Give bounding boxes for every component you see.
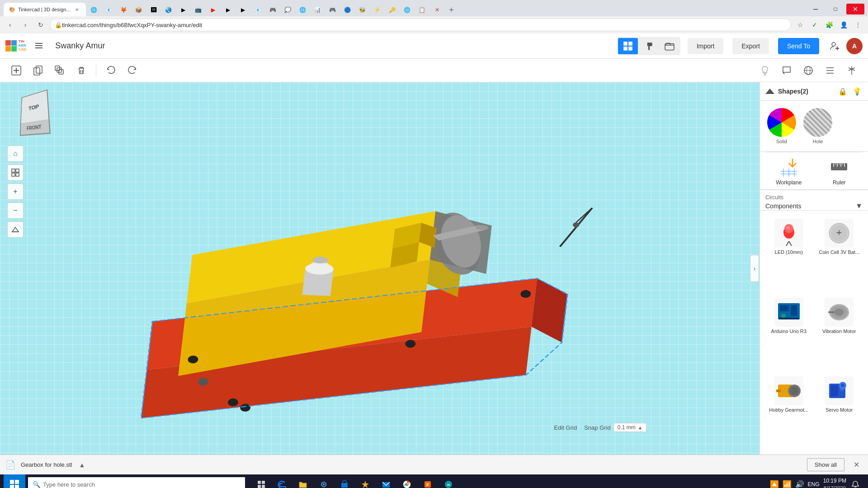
zoom-out-btn[interactable]: − [7,202,24,219]
nav-cube[interactable]: TOP FRONT [9,91,63,145]
new-shape-btn[interactable] [7,61,25,80]
tab-item[interactable]: 🌏 [161,4,176,16]
mail-icon[interactable] [376,474,396,488]
network-tray-icon[interactable]: 🔼 [770,480,779,488]
shapes-collapse-btn[interactable] [765,89,774,94]
tab-item[interactable]: 🎮 [266,4,280,16]
vibration-component[interactable]: Vibration Motor [816,295,863,371]
3d-viewport[interactable]: TOP FRONT ⌂ + − [0,82,760,455]
bulb-btn[interactable] [756,61,774,80]
system-clock[interactable]: 10:19 PM 8/17/2020 [823,478,846,488]
tab-item[interactable]: 📋 [415,4,429,16]
redo-btn[interactable] [123,61,142,80]
tab-item[interactable]: 📧 [251,4,265,16]
download-expand-btn[interactable]: ▲ [77,460,86,469]
tab-item[interactable]: 🔵 [340,4,355,16]
store-icon[interactable] [335,474,354,488]
coin-cell-component[interactable]: + Coin Cell 3V Bat... [816,216,863,291]
arduino-component[interactable]: Arduino Uno R3 [765,295,812,371]
hammer-view-btn[interactable] [639,38,659,54]
folder-view-btn[interactable] [660,38,679,54]
freecad-icon[interactable]: F [418,474,438,488]
ruler-item[interactable]: Ruler [816,156,863,186]
download-close-btn[interactable]: ✕ [850,459,863,471]
hobby-gear-component[interactable]: Hobby Gearmot... [765,374,812,449]
align-btn[interactable] [821,61,839,80]
back-button[interactable]: ‹ [4,19,16,31]
close-btn[interactable]: ✕ [846,4,864,14]
delete-btn[interactable] [72,61,90,80]
list-view-btn[interactable] [32,39,46,53]
arduino-taskbar-icon[interactable]: ∞ [439,474,458,488]
chrome-icon[interactable] [397,474,417,488]
hole-type[interactable]: Hole [803,108,832,144]
light-btn[interactable]: 💡 [852,86,863,97]
view3d-btn[interactable] [799,61,817,80]
undo-btn[interactable] [102,61,120,80]
tab-tinkercad[interactable]: 🎨 Tinkercad | 3D design... ✕ [4,3,86,16]
tab-item[interactable]: 🌐 [87,4,101,16]
bookmark-btn[interactable]: ☆ [794,19,807,31]
led-component[interactable]: LED (10mm) [765,216,812,291]
profile-btn[interactable]: 👤 [837,19,850,31]
tab-active[interactable]: ✕ [430,4,444,16]
solid-type[interactable]: Solid [767,108,796,144]
tab-item[interactable]: 🦊 [117,4,131,16]
forward-button[interactable]: › [19,19,32,31]
tab-item[interactable]: 📧 [102,4,116,16]
home-view-btn[interactable]: ⌂ [7,145,24,162]
reload-button[interactable]: ↻ [34,19,47,31]
tab-item[interactable]: ▶ [221,4,236,16]
export-btn[interactable]: Export [732,38,769,54]
address-bar[interactable]: 🔒 tinkercad.com/things/b6BfwcXqxPY-swank… [50,19,791,31]
duplicate-btn[interactable] [51,61,69,80]
show-all-btn[interactable]: Show all [807,458,844,471]
maximize-btn[interactable]: □ [826,4,844,14]
tab-item[interactable]: 🌐 [400,4,415,16]
zoom-in-btn[interactable]: + [7,183,24,200]
task-view-btn[interactable] [251,474,271,488]
taskbar-search[interactable]: 🔍 Type here to search [28,477,245,488]
panel-collapse-btn[interactable]: › [750,255,759,282]
tab-item[interactable]: 📦 [132,4,146,16]
add-user-btn[interactable] [826,38,843,54]
extension-check-btn[interactable]: ✓ [808,19,821,31]
explorer-icon[interactable] [293,474,313,488]
grid-view-btn[interactable] [618,38,638,54]
new-tab-button[interactable]: + [445,4,458,16]
lock-btn[interactable]: 🔒 [837,86,848,97]
menu-btn[interactable]: ⋮ [852,19,864,31]
servo-motor-component[interactable]: Servo Motor [816,374,863,449]
extensions-btn[interactable]: 🧩 [823,19,835,31]
tab-item[interactable]: 🅼 [146,4,161,16]
notification-btn[interactable] [850,479,861,488]
tab-item[interactable]: 💭 [281,4,295,16]
minimize-btn[interactable]: ─ [807,4,825,14]
tab-close-btn[interactable]: ✕ [73,6,80,13]
perspective-btn[interactable] [7,221,24,238]
volume-icon[interactable]: 🔊 [795,480,804,488]
copy-btn[interactable] [29,61,47,80]
components-row[interactable]: Components ▼ [760,202,868,210]
tab-item[interactable]: 📊 [311,4,325,16]
tab-item[interactable]: 🔑 [385,4,400,16]
edge-icon[interactable] [272,474,292,488]
mirror-btn[interactable] [843,61,861,80]
tab-item[interactable]: ▶ [236,4,250,16]
tab-item[interactable]: 📺 [191,4,206,16]
tab-item[interactable]: ▶ [176,4,191,16]
steam-icon[interactable] [314,474,334,488]
tab-item[interactable]: 🌐 [296,4,310,16]
tab-item[interactable]: ⚡ [370,4,385,16]
tab-item[interactable]: 🎮 [326,4,340,16]
wifi-icon[interactable]: 📶 [783,480,792,488]
tab-item[interactable]: ▶ [206,4,221,16]
app5-icon[interactable] [355,474,375,488]
start-button[interactable] [4,474,25,488]
workplane-item[interactable]: Workplane [765,156,812,186]
comment-btn[interactable] [778,61,796,80]
send-to-btn[interactable]: Send To [778,38,819,54]
snap-grid-value[interactable]: 0.1 mm ▲ [613,423,646,432]
tab-item[interactable]: 🐝 [355,4,370,16]
fit-view-btn[interactable] [7,164,24,181]
